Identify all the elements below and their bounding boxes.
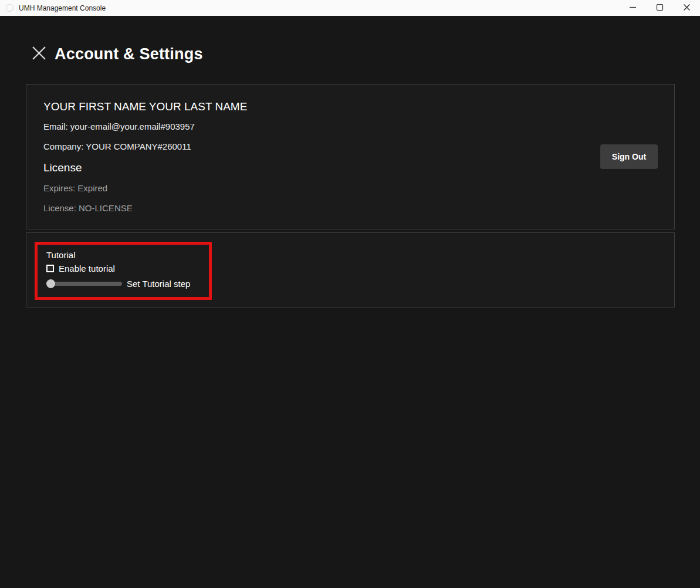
app-window: UMH Management Console	[0, 0, 700, 588]
close-button[interactable]	[673, 0, 700, 16]
maximize-icon	[656, 4, 664, 13]
account-name: YOUR FIRST NAME YOUR LAST NAME	[43, 100, 247, 113]
tutorial-step-label: Set Tutorial step	[127, 279, 190, 289]
main-content: Account & Settings YOUR FIRST NAME YOUR …	[0, 16, 700, 588]
license-value: License: NO-LICENSE	[43, 203, 247, 213]
window-title: UMH Management Console	[19, 4, 106, 12]
account-company: Company: YOUR COMPANY#260011	[43, 141, 247, 151]
account-card: YOUR FIRST NAME YOUR LAST NAME Email: yo…	[26, 84, 675, 229]
window-controls	[619, 0, 700, 16]
tutorial-card: Tutorial Enable tutorial Set Tutorial st…	[26, 232, 675, 307]
minimize-icon	[629, 4, 637, 13]
tutorial-title: Tutorial	[46, 250, 203, 260]
close-icon	[683, 4, 691, 13]
license-expires: Expires: Expired	[43, 183, 247, 193]
tutorial-step-row: Set Tutorial step	[46, 279, 203, 289]
tutorial-step-slider[interactable]	[46, 279, 122, 288]
page-title: Account & Settings	[55, 45, 203, 63]
enable-tutorial-label: Enable tutorial	[59, 263, 115, 273]
titlebar: UMH Management Console	[0, 0, 700, 16]
sign-out-button[interactable]: Sign Out	[600, 144, 658, 169]
account-info: YOUR FIRST NAME YOUR LAST NAME Email: yo…	[43, 100, 247, 213]
slider-thumb[interactable]	[46, 279, 55, 288]
enable-tutorial-row: Enable tutorial	[46, 263, 203, 273]
maximize-button[interactable]	[646, 0, 673, 16]
settings-close-button[interactable]	[31, 46, 47, 63]
page-header: Account & Settings	[0, 16, 700, 63]
close-x-icon	[31, 45, 47, 63]
account-email: Email: your-email@your.email#903957	[43, 121, 247, 131]
minimize-button[interactable]	[619, 0, 646, 16]
license-heading: License	[43, 161, 247, 174]
tutorial-highlight-box: Tutorial Enable tutorial Set Tutorial st…	[35, 242, 212, 300]
enable-tutorial-checkbox[interactable]	[46, 265, 54, 272]
slider-track	[46, 282, 122, 286]
app-icon	[6, 4, 13, 12]
